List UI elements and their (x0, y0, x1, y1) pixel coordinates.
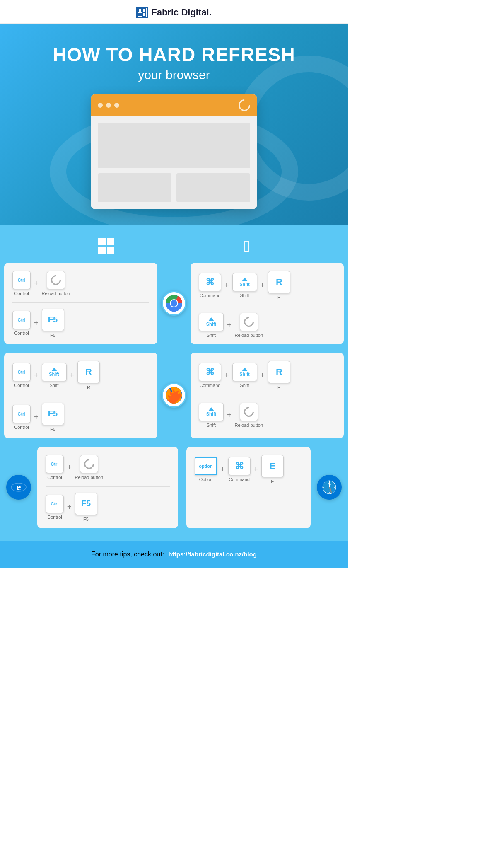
ie-win-ctrl2-group: Ctrl Control (46, 495, 64, 520)
chrome-row: Ctrl Control + Reload button Ctrl (8, 263, 340, 344)
shift-label: Shift (240, 293, 249, 298)
browser-bottom-blocks (98, 173, 250, 202)
shift-arrow-icon (242, 278, 248, 281)
chrome-mac-r-group: R R (268, 271, 290, 300)
ctrl2-label: Control (14, 331, 29, 336)
browser-dot-3 (114, 103, 119, 108)
command-key: ⌘ (199, 273, 221, 291)
reload-circle-icon (49, 273, 63, 287)
safari-cmd-group: ⌘ Command (228, 457, 251, 482)
panel-separator (12, 302, 149, 303)
r-label: R (277, 295, 281, 300)
ie-win-reload-group: Reload button (75, 455, 104, 480)
ff-r-key: R (77, 361, 100, 383)
ff-win-shift-group: Shift Shift (42, 363, 67, 388)
firefox-windows-panel: Ctrl Control + Shift Shift + (4, 353, 157, 438)
ff-r-label: R (87, 385, 90, 390)
shift-key-2: Shift (199, 313, 224, 331)
chrome-win-row1: Ctrl Control + Reload button (12, 271, 149, 296)
safari-logo-svg (321, 479, 338, 496)
windows-pane-3 (98, 247, 106, 254)
ff-plus-1: + (34, 371, 39, 380)
f5-key: F5 (42, 309, 64, 331)
ff-shift-key: Shift (42, 363, 67, 381)
browser-titlebar (91, 94, 257, 116)
chrome-win-ctrl-group: Ctrl Control (12, 271, 31, 296)
header: Fabric Digital. (0, 0, 348, 24)
panel-separator-mac (199, 307, 335, 307)
windows-icon (98, 238, 114, 254)
safari-mac-row1: option Option + ⌘ Command + E E (195, 455, 302, 484)
ff-mac-reload-key (240, 403, 258, 421)
ff-mac-panel-separator (199, 397, 335, 397)
ff-mac-plus-1: + (224, 371, 229, 380)
ff-ctrl-label: Control (14, 383, 29, 388)
svg-rect-0 (138, 9, 142, 12)
plus-1: + (34, 279, 39, 288)
browser-mockup (91, 94, 257, 209)
apple-icon:  (244, 238, 250, 254)
ff-command-label: Command (200, 383, 221, 388)
plus-4: + (261, 281, 265, 290)
ff-plus-3: + (34, 413, 39, 421)
r-key: R (268, 271, 290, 293)
ff-win-ctrl2-group: Ctrl Control (12, 405, 31, 430)
ie-f5-label: F5 (83, 517, 89, 522)
ie-ctrl-key-2: Ctrl (46, 495, 64, 513)
firefox-logo-svg (163, 384, 185, 406)
browser-bottom-block-left (98, 173, 171, 202)
ff-mac-shift-key: Shift (232, 363, 257, 381)
ff-panel-separator (12, 397, 149, 397)
ff-mac-r-label: R (277, 385, 281, 390)
firefox-win-row1: Ctrl Control + Shift Shift + (12, 361, 149, 390)
safari-plus-1: + (220, 465, 225, 474)
ie-win-row1: Ctrl Control + Reload button (46, 455, 170, 480)
browser-content (91, 116, 257, 209)
ie-plus-2: + (67, 503, 72, 511)
ff-mac-row2: Shift Shift + Reload button (199, 403, 335, 428)
reload-label: Reload button (42, 291, 70, 296)
f5-label: F5 (50, 333, 55, 338)
plus-2: + (34, 319, 39, 327)
ie-ctrl2-label: Control (47, 515, 62, 520)
ctrl-key-2: Ctrl (12, 311, 31, 329)
footer-link[interactable]: https://fabricdigital.co.nz/blog (169, 551, 257, 558)
chrome-logo-svg (163, 292, 185, 314)
e-key: E (261, 455, 284, 477)
chrome-win-f5-group: F5 F5 (42, 309, 64, 338)
ff-mac-row1: ⌘ Command + Shift Shift + R (199, 361, 335, 390)
chrome-mac-cmd-group: ⌘ Command (199, 273, 221, 298)
ctrl-label: Control (14, 291, 29, 296)
ff-plus-2: + (70, 371, 75, 380)
os-icons-row:  (8, 238, 340, 254)
ie-win-f5-group: F5 F5 (75, 493, 97, 522)
browser-dot-2 (106, 103, 111, 108)
ie-panel-separator (46, 486, 170, 487)
chrome-mac-shift2-group: Shift Shift (199, 313, 224, 338)
ie-safari-row: e Ctrl Control + Relo (8, 447, 340, 528)
firefox-row: Ctrl Control + Shift Shift + (8, 353, 340, 438)
ff-ctrl2-label: Control (14, 425, 29, 430)
ie-ctrl-label: Control (47, 475, 62, 480)
ff-mac-shift-arrow (242, 368, 248, 371)
chrome-mac-panel: ⌘ Command + Shift Shift + R (191, 263, 344, 344)
safari-option-group: option Option (195, 457, 217, 482)
safari-cmd-key: ⌘ (228, 457, 251, 475)
ff-mac-shift-group: Shift Shift (232, 363, 257, 388)
hero-title: HOW TO HARD REFRESH (53, 44, 295, 65)
ff-win-f5-group: F5 F5 (42, 403, 64, 432)
ff-mac-shift-arrow-2 (208, 407, 214, 411)
browser-main-block (98, 123, 250, 168)
browser-bottom-block-right (176, 173, 250, 202)
ff-mac-shift2-group: Shift Shift (199, 403, 224, 428)
ie-reload-circle (82, 457, 96, 471)
chrome-win-reload-group: Reload button (42, 271, 70, 296)
chrome-win-ctrl2-group: Ctrl Control (12, 311, 31, 336)
safari-logo-container (317, 475, 342, 500)
svg-rect-3 (142, 13, 146, 16)
safari-e-group: E E (261, 455, 284, 484)
ff-mac-shift2-label: Shift (207, 423, 216, 428)
reload-mac-label: Reload button (235, 333, 263, 338)
reload-key (47, 271, 65, 289)
browser-refresh-icon (236, 97, 253, 114)
